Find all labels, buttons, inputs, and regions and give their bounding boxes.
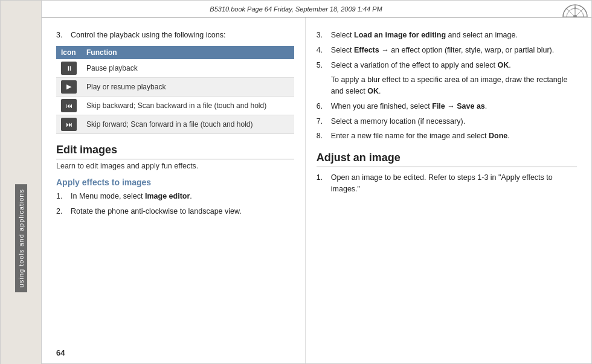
apply-step-2-text: Rotate the phone anti-clockwise to lands… (71, 206, 242, 217)
function-skip-fwd: Skip forward; Scan forward in a file (to… (82, 115, 294, 133)
done-bold: Done (489, 132, 507, 140)
right-step-8-num: 8. (317, 130, 327, 142)
icon-play: ▶ (56, 77, 82, 96)
right-step-3-num: 3. (317, 30, 327, 41)
right-step-3: 3. Select Load an image for editing and … (317, 30, 577, 41)
right-step-4-num: 4. (317, 45, 327, 56)
ok-bold-1: OK (497, 61, 509, 69)
edit-images-intro: Learn to edit images and apply fun effec… (56, 162, 294, 170)
right-step-7: 7. Select a memory location (if necessar… (317, 116, 577, 127)
right-step-5-num: 5. (317, 60, 327, 71)
icon-skip-back: ⏮ (56, 96, 82, 115)
table-row: ⏭ Skip forward; Scan forward in a file (… (56, 115, 294, 133)
adjust-step-1: 1. Open an image to be edited. Refer to … (317, 172, 577, 195)
header-text: B5310.book Page 64 Friday, September 18,… (210, 5, 382, 13)
table-row: ⏸ Pause playback (56, 59, 294, 78)
apply-effects-heading: Apply effects to images (56, 177, 294, 187)
page-header: B5310.book Page 64 Friday, September 18,… (1, 1, 591, 18)
play-icon: ▶ (61, 80, 77, 94)
col-function-header: Function (82, 46, 294, 59)
file-bold: File (432, 102, 445, 110)
right-step-5: 5. Select a variation of the effect to a… (317, 60, 577, 71)
right-step-8: 8. Enter a new file name for the image a… (317, 130, 577, 142)
col-icon-header: Icon (56, 46, 82, 59)
ok-bold-2: OK (367, 87, 379, 95)
skip-backward-icon: ⏮ (61, 99, 77, 112)
function-pause: Pause playback (82, 59, 294, 78)
icon-pause: ⏸ (56, 59, 82, 78)
sidebar-vertical-label: using tools and applications (15, 184, 27, 292)
function-skip-back: Skip backward; Scan backward in a file (… (82, 96, 294, 115)
save-as-bold: Save as (457, 102, 485, 110)
right-step-6: 6. When you are finished, select File → … (317, 101, 577, 112)
left-column: 3. Control the playback using the follow… (42, 18, 306, 363)
adjust-image-heading: Adjust an image (317, 152, 577, 167)
step-3-intro: 3. Control the playback using the follow… (56, 30, 294, 41)
step-5-note: To apply a blur effect to a specific are… (331, 74, 577, 97)
apply-step-2: 2. Rotate the phone anti-clockwise to la… (56, 206, 294, 217)
sidebar-label-container: using tools and applications (1, 184, 42, 292)
step-3-num: 3. (56, 30, 67, 41)
page-number: 64 (56, 348, 65, 357)
skip-forward-icon: ⏭ (61, 118, 77, 131)
icon-skip-fwd: ⏭ (56, 115, 82, 133)
image-editor-bold: Image editor (145, 192, 190, 200)
table-row: ▶ Play or resume playback (56, 77, 294, 96)
right-column: 3. Select Load an image for editing and … (306, 18, 591, 363)
left-sidebar: using tools and applications (1, 1, 42, 364)
right-step-6-text: When you are finished, select File → Sav… (331, 101, 487, 112)
right-step-4: 4. Select Effects → an effect option (fi… (317, 45, 577, 56)
table-header-row: Icon Function (56, 46, 294, 59)
table-row: ⏮ Skip backward; Scan backward in a file… (56, 96, 294, 115)
right-step-7-num: 7. (317, 116, 327, 127)
apply-step-2-num: 2. (56, 206, 67, 217)
step-3-text: Control the playback using the following… (71, 30, 225, 41)
icon-table: Icon Function ⏸ Pause playback ▶ Play or… (56, 46, 294, 134)
right-step-7-text: Select a memory location (if necessary). (331, 116, 465, 127)
right-step-6-num: 6. (317, 101, 327, 112)
apply-step-1-text: In Menu mode, select Image editor. (71, 191, 192, 202)
adjust-step-1-num: 1. (317, 172, 327, 195)
effects-bold: Effects (354, 46, 379, 54)
function-play: Play or resume playback (82, 77, 294, 96)
adjust-step-1-text: Open an image to be edited. Refer to ste… (331, 172, 577, 195)
page-container: B5310.book Page 64 Friday, September 18,… (0, 0, 592, 364)
pause-icon: ⏸ (61, 62, 77, 75)
main-content: 3. Control the playback using the follow… (42, 18, 591, 363)
right-step-8-text: Enter a new file name for the image and … (331, 130, 510, 142)
right-step-3-text: Select Load an image for editing and sel… (331, 30, 518, 41)
right-step-4-text: Select Effects → an effect option (filte… (331, 45, 554, 56)
apply-step-1-num: 1. (56, 191, 67, 202)
right-step-5-text: Select a variation of the effect to appl… (331, 60, 511, 71)
load-image-bold: Load an image for editing (354, 31, 446, 39)
edit-images-heading: Edit images (56, 144, 294, 159)
apply-step-1: 1. In Menu mode, select Image editor. (56, 191, 294, 202)
